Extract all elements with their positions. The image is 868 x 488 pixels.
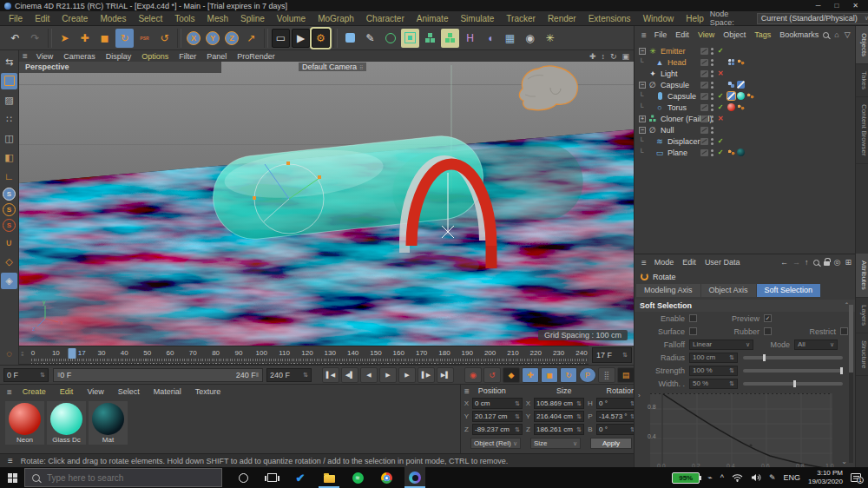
snap-mode-button[interactable]: S: [3, 203, 16, 216]
attr-tab[interactable]: Soft Selection: [757, 284, 821, 297]
restrict-checkbox[interactable]: [840, 327, 848, 335]
attr-side-tab[interactable]: Layers: [856, 298, 868, 333]
hidden-icons-button[interactable]: ^: [720, 473, 724, 482]
attr-side-tab[interactable]: Structure: [856, 333, 868, 376]
point-mode-button[interactable]: ∷: [1, 111, 17, 128]
autokeying-button[interactable]: ↺: [483, 367, 501, 383]
minimize-button[interactable]: ─: [816, 2, 821, 10]
object-name[interactable]: Plane: [667, 148, 687, 157]
make-editable-button[interactable]: ⇆: [1, 54, 17, 70]
render-picture-viewer-button[interactable]: ▶: [292, 29, 310, 48]
key-parameter-toggle[interactable]: P: [579, 367, 596, 383]
om-menu-item[interactable]: Object: [719, 30, 750, 39]
language-indicator[interactable]: ENG: [783, 473, 800, 482]
z-axis-lock[interactable]: Z: [225, 31, 239, 45]
editor-visibility-toggle[interactable]: [700, 48, 708, 55]
editor-visibility-toggle[interactable]: [700, 149, 708, 156]
om-menu-item[interactable]: Tags: [750, 30, 775, 39]
keyframe-selection-button[interactable]: ◆: [503, 367, 520, 383]
object-name[interactable]: Light: [661, 69, 678, 78]
next-frame-button[interactable]: ▶: [398, 367, 416, 383]
object-name[interactable]: Null: [661, 126, 674, 135]
timeline-layout-button[interactable]: ▤: [617, 367, 635, 383]
separator[interactable]: [177, 29, 181, 48]
task-view-button[interactable]: [261, 467, 282, 488]
tag-orangedots-icon[interactable]: [737, 103, 745, 111]
record-keyframe-button[interactable]: ◉: [464, 367, 482, 383]
search-input[interactable]: [47, 473, 186, 483]
menu-item[interactable]: Modes: [94, 14, 132, 23]
object-name[interactable]: Emitter: [661, 47, 686, 56]
viewport-hamburger-icon[interactable]: ≡: [19, 51, 31, 61]
render-view-button[interactable]: ▭: [272, 29, 290, 48]
key-rotation-toggle[interactable]: ↻: [560, 367, 577, 383]
section-title[interactable]: Soft Selection: [640, 301, 692, 310]
position-field[interactable]: -89.237 cm⇅: [472, 424, 523, 435]
material-hamburger-icon[interactable]: ≡: [3, 387, 16, 397]
menu-item[interactable]: Extensions: [582, 14, 637, 23]
texture-mode-button[interactable]: ▨: [1, 92, 17, 109]
visibility-dots[interactable]: [711, 59, 713, 62]
edge-mode-button[interactable]: ◫: [1, 130, 17, 147]
visibility-dots[interactable]: [711, 93, 713, 96]
live-selection-tool[interactable]: ➤: [56, 29, 74, 48]
volume-icon[interactable]: [751, 473, 761, 482]
tag-bone-icon[interactable]: [727, 81, 735, 89]
close-button[interactable]: ✕: [852, 2, 858, 10]
separator[interactable]: [333, 29, 338, 48]
menu-item[interactable]: Animate: [411, 14, 455, 23]
tag-pencil-sel-icon[interactable]: [727, 92, 735, 100]
visibility-dots[interactable]: [711, 104, 713, 107]
current-frame-field[interactable]: 17 F⇅: [592, 347, 632, 363]
subdivision-surface-button[interactable]: [401, 29, 419, 48]
om-menu-item[interactable]: File: [650, 30, 672, 39]
default-camera-label[interactable]: Default Camera⠿: [299, 63, 366, 71]
editor-visibility-toggle[interactable]: [700, 115, 708, 122]
object-name[interactable]: Torus: [667, 103, 687, 112]
preview-range-slider[interactable]: ‖0 F 240 F‖: [53, 368, 263, 382]
size-field[interactable]: 216.404 cm⇅: [534, 411, 584, 422]
material-menu-item[interactable]: Select: [111, 387, 147, 396]
tag-dark-icon[interactable]: [737, 148, 745, 156]
workplane-button[interactable]: ◇: [1, 254, 17, 270]
object-state-icon[interactable]: ✕: [716, 69, 725, 77]
field-button[interactable]: H: [461, 29, 479, 48]
viewport-canvas[interactable]: y x z Perspective Default Camera⠿ Grid S…: [19, 62, 634, 346]
next-key-button[interactable]: ▌▶: [418, 367, 435, 383]
menu-item[interactable]: Tools: [168, 14, 201, 23]
om-menu-item[interactable]: Edit: [671, 30, 694, 39]
x-axis-lock[interactable]: X: [187, 31, 201, 45]
om-home-icon[interactable]: ⌂: [834, 30, 838, 39]
om-side-tab[interactable]: Content Browser: [856, 97, 868, 164]
object-name[interactable]: Displacer: [667, 137, 700, 146]
object-row[interactable]: └○Torus✓: [635, 102, 855, 113]
curve-expand-icon[interactable]: ›: [638, 392, 641, 399]
visibility-dots[interactable]: [711, 82, 713, 84]
add-generator-button[interactable]: [381, 29, 399, 48]
tag-phong-icon[interactable]: [727, 58, 735, 66]
magnet-tool[interactable]: ∪: [1, 234, 17, 251]
material-menu-item[interactable]: View: [80, 387, 110, 396]
menu-item[interactable]: Help: [680, 14, 710, 23]
size-mode-select[interactable]: Size∨: [530, 438, 581, 449]
menu-item[interactable]: Render: [542, 14, 582, 23]
y-axis-lock[interactable]: Y: [206, 31, 220, 45]
battery-indicator[interactable]: 95%: [672, 472, 700, 484]
menu-item[interactable]: File: [3, 14, 29, 23]
move-tool[interactable]: ✚: [76, 29, 94, 48]
chrome-button[interactable]: [376, 467, 397, 488]
timeline-playhead[interactable]: [68, 348, 76, 359]
todo-app-button[interactable]: ✔: [290, 467, 311, 488]
menu-item[interactable]: Character: [360, 14, 411, 23]
object-row[interactable]: −✳Emitter✓: [635, 45, 855, 56]
object-row[interactable]: −∅Null: [635, 124, 855, 135]
goto-end-button[interactable]: ▶▌: [437, 367, 454, 383]
om-search-icon[interactable]: [823, 32, 829, 38]
editor-visibility-toggle[interactable]: [700, 59, 708, 66]
position-field[interactable]: 0 cm⇅: [472, 398, 523, 409]
rotation-field[interactable]: 0 °⇅: [596, 398, 638, 409]
visibility-dots[interactable]: [711, 127, 713, 129]
attr-menu-item[interactable]: Edit: [678, 258, 700, 267]
redo-button[interactable]: ↷: [26, 29, 44, 48]
viewport-menu-item[interactable]: Filter: [174, 52, 201, 61]
